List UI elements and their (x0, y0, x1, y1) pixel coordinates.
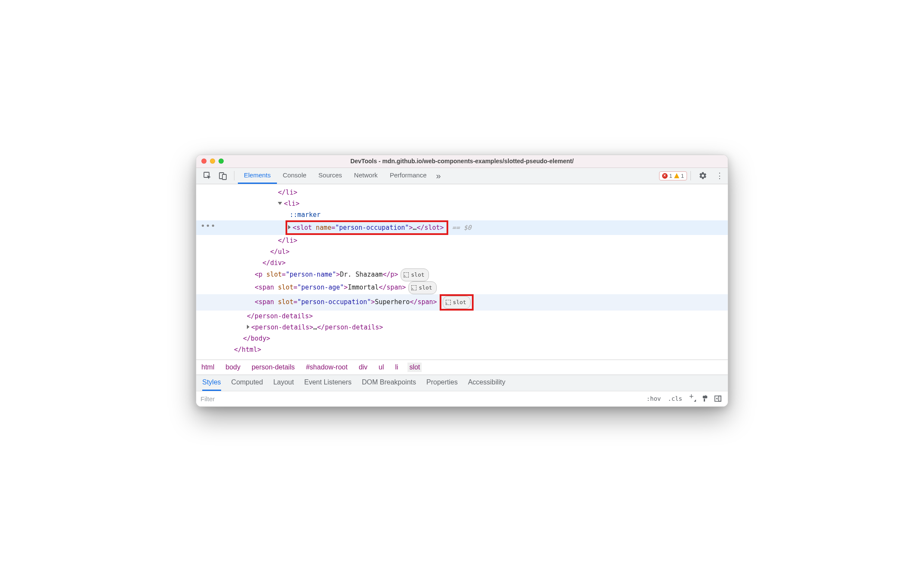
tag: </slot> (416, 224, 444, 232)
paint-brush-icon[interactable] (699, 393, 711, 404)
error-icon (662, 173, 668, 179)
stab-accessibility[interactable]: Accessibility (468, 375, 505, 391)
crumb-div[interactable]: div (357, 363, 369, 372)
tag: </p> (383, 271, 398, 278)
tag: </html> (234, 346, 261, 354)
expand-icon[interactable] (247, 325, 249, 329)
attr-name: slot (266, 271, 282, 278)
sidebar-toggle-icon[interactable] (711, 393, 724, 404)
tree-row-selected[interactable]: ••• <slot name="person-occupation">…</sl… (196, 220, 728, 235)
tree-row[interactable]: <person-details>…</person-details> (196, 322, 728, 333)
tab-sources[interactable]: Sources (313, 168, 348, 184)
stab-computed[interactable]: Computed (231, 375, 263, 391)
tab-elements[interactable]: Elements (238, 168, 277, 184)
tag: <p (255, 271, 262, 278)
attr-value: "person-name" (286, 271, 336, 278)
elements-tree[interactable]: </li> <li> ::marker ••• <slot name="pers… (196, 184, 728, 360)
settings-icon[interactable] (694, 171, 711, 180)
tree-row[interactable]: </li> (196, 235, 728, 246)
issues-badge[interactable]: 1 1 (659, 171, 687, 180)
tag: </span> (410, 298, 437, 306)
tag: </div> (262, 259, 286, 267)
svg-rect-2 (222, 174, 226, 180)
tree-row[interactable]: </body> (196, 333, 728, 344)
warning-icon (674, 173, 679, 178)
tag: </person-details> (247, 312, 313, 320)
tab-performance[interactable]: Performance (384, 168, 433, 184)
highlight-box: slot (440, 294, 474, 311)
window-title: DevTools - mdn.github.io/web-components-… (196, 158, 728, 165)
warning-count: 1 (681, 173, 684, 179)
gutter-ellipsis-icon[interactable]: ••• (201, 220, 216, 232)
tree-row[interactable]: <span slot="person-occupation">Superhero… (196, 294, 728, 311)
attr-name: name (316, 224, 331, 232)
ellipsis: … (313, 323, 317, 331)
stab-event-listeners[interactable]: Event Listeners (304, 375, 351, 391)
crumb-ul[interactable]: ul (377, 363, 386, 372)
tree-row[interactable]: <li> (196, 198, 728, 209)
attr-name: slot (278, 298, 293, 306)
tag: <span (255, 298, 274, 306)
slot-badge-label: slot (419, 282, 432, 293)
divider (690, 171, 691, 180)
tree-row[interactable]: </ul> (196, 246, 728, 257)
tab-network[interactable]: Network (348, 168, 384, 184)
crumb-person-details[interactable]: person-details (250, 363, 297, 372)
crumb-slot[interactable]: slot (407, 363, 422, 372)
tab-console[interactable]: Console (277, 168, 313, 184)
svg-rect-3 (715, 396, 721, 402)
attr-value: "person-age" (297, 284, 343, 291)
inspect-icon[interactable] (200, 169, 215, 183)
stab-properties[interactable]: Properties (426, 375, 458, 391)
tree-row[interactable]: <p slot="person-name">Dr. Shazaam</p>slo… (196, 268, 728, 281)
hov-toggle[interactable]: :hov (643, 393, 665, 404)
tree-row[interactable]: </li> (196, 187, 728, 198)
more-tabs-icon[interactable]: » (433, 168, 444, 183)
eq-dollar-zero: == $0 (452, 224, 471, 232)
tag: </li> (278, 237, 297, 244)
text-node: Dr. Shazaam (340, 271, 383, 278)
error-count: 1 (669, 173, 672, 179)
svg-rect-4 (719, 396, 721, 402)
slot-badge-label: slot (411, 269, 424, 280)
tree-row[interactable]: </html> (196, 344, 728, 355)
crumb-li[interactable]: li (393, 363, 400, 372)
kebab-menu-icon[interactable]: ⋮ (711, 171, 728, 180)
expand-icon[interactable] (288, 225, 291, 229)
slot-reveal-badge[interactable]: slot (443, 296, 471, 309)
breadcrumb: html body person-details #shadow-root di… (196, 360, 728, 375)
crumb-html[interactable]: html (200, 363, 216, 372)
slot-reveal-badge[interactable]: slot (401, 268, 429, 281)
new-rule-icon[interactable] (686, 392, 699, 406)
attr-name: slot (278, 284, 293, 291)
tag: </span> (379, 284, 406, 291)
tag: </ul> (270, 248, 289, 256)
crumb-body[interactable]: body (224, 363, 242, 372)
tag: <person-details> (251, 323, 313, 331)
stab-dom-breakpoints[interactable]: DOM Breakpoints (362, 375, 416, 391)
slot-badge-icon (404, 272, 409, 277)
tree-row[interactable]: </person-details> (196, 311, 728, 322)
slot-badge-label: slot (453, 297, 466, 308)
tag: <li> (284, 200, 299, 207)
tag: <slot (292, 224, 312, 232)
collapse-icon[interactable] (278, 202, 282, 205)
cls-toggle[interactable]: .cls (664, 393, 686, 404)
styles-filter-input[interactable] (196, 392, 643, 406)
stab-layout[interactable]: Layout (273, 375, 294, 391)
crumb-shadow-root[interactable]: #shadow-root (304, 363, 349, 372)
tree-row[interactable]: ::marker (196, 209, 728, 220)
slot-reveal-badge[interactable]: slot (408, 281, 436, 294)
devtools-tabbar: Elements Console Sources Network Perform… (196, 168, 728, 184)
styles-tabbar: Styles Computed Layout Event Listeners D… (196, 375, 728, 391)
stab-styles[interactable]: Styles (202, 375, 221, 391)
highlight-box: <slot name="person-occupation">…</slot> (286, 220, 448, 235)
text-node: Immortal (348, 284, 379, 291)
attr-value: "person-occupation" (297, 298, 371, 306)
tree-row[interactable]: <span slot="person-age">Immortal</span>s… (196, 281, 728, 294)
tree-row[interactable]: </div> (196, 257, 728, 268)
tag: </person-details> (317, 323, 383, 331)
device-toggle-icon[interactable] (215, 169, 231, 183)
titlebar: DevTools - mdn.github.io/web-components-… (196, 155, 728, 168)
tag: </body> (243, 335, 270, 342)
